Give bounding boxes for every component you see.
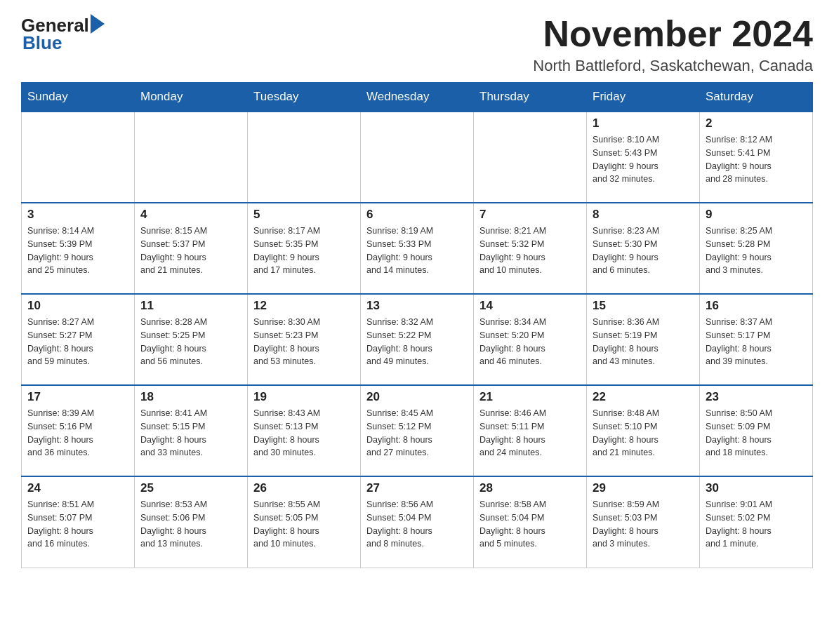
day-info: Sunrise: 8:17 AM Sunset: 5:35 PM Dayligh… — [253, 224, 355, 277]
day-number: 9 — [706, 208, 807, 222]
day-info: Sunrise: 8:48 AM Sunset: 5:10 PM Dayligh… — [593, 407, 694, 459]
calendar-cell: 2Sunrise: 8:12 AM Sunset: 5:41 PM Daylig… — [700, 112, 813, 203]
day-info: Sunrise: 9:01 AM Sunset: 5:02 PM Dayligh… — [706, 498, 807, 551]
calendar-cell: 22Sunrise: 8:48 AM Sunset: 5:10 PM Dayli… — [587, 385, 700, 476]
calendar-cell: 28Sunrise: 8:58 AM Sunset: 5:04 PM Dayli… — [474, 476, 587, 568]
calendar-header-sunday: Sunday — [22, 83, 135, 112]
day-number: 8 — [593, 208, 694, 222]
month-title: November 2024 — [533, 14, 813, 54]
day-number: 24 — [27, 481, 128, 495]
calendar-cell: 30Sunrise: 9:01 AM Sunset: 5:02 PM Dayli… — [700, 476, 813, 568]
calendar-cell: 13Sunrise: 8:32 AM Sunset: 5:22 PM Dayli… — [361, 294, 474, 385]
calendar-cell: 10Sunrise: 8:27 AM Sunset: 5:27 PM Dayli… — [22, 294, 135, 385]
day-info: Sunrise: 8:59 AM Sunset: 5:03 PM Dayligh… — [593, 498, 694, 551]
logo-arrow-icon — [91, 14, 105, 34]
calendar-cell: 19Sunrise: 8:43 AM Sunset: 5:13 PM Dayli… — [248, 385, 361, 476]
calendar-cell: 1Sunrise: 8:10 AM Sunset: 5:43 PM Daylig… — [587, 112, 700, 203]
calendar-cell: 18Sunrise: 8:41 AM Sunset: 5:15 PM Dayli… — [135, 385, 248, 476]
calendar-cell: 29Sunrise: 8:59 AM Sunset: 5:03 PM Dayli… — [587, 476, 700, 568]
calendar-header-thursday: Thursday — [474, 83, 587, 112]
calendar-cell — [474, 112, 587, 203]
day-number: 17 — [27, 390, 128, 404]
calendar-header-tuesday: Tuesday — [248, 83, 361, 112]
calendar-cell: 26Sunrise: 8:55 AM Sunset: 5:05 PM Dayli… — [248, 476, 361, 568]
calendar-cell: 25Sunrise: 8:53 AM Sunset: 5:06 PM Dayli… — [135, 476, 248, 568]
calendar-cell: 11Sunrise: 8:28 AM Sunset: 5:25 PM Dayli… — [135, 294, 248, 385]
calendar-cell: 12Sunrise: 8:30 AM Sunset: 5:23 PM Dayli… — [248, 294, 361, 385]
day-info: Sunrise: 8:51 AM Sunset: 5:07 PM Dayligh… — [27, 498, 128, 551]
day-number: 20 — [366, 390, 468, 404]
day-info: Sunrise: 8:39 AM Sunset: 5:16 PM Dayligh… — [27, 407, 128, 459]
day-info: Sunrise: 8:21 AM Sunset: 5:32 PM Dayligh… — [479, 224, 581, 277]
calendar-cell: 23Sunrise: 8:50 AM Sunset: 5:09 PM Dayli… — [700, 385, 813, 476]
page-header: General Blue November 2024 North Battlef… — [21, 14, 813, 75]
calendar-cell: 7Sunrise: 8:21 AM Sunset: 5:32 PM Daylig… — [474, 203, 587, 294]
calendar-week-4: 17Sunrise: 8:39 AM Sunset: 5:16 PM Dayli… — [22, 385, 813, 476]
calendar-header-row: SundayMondayTuesdayWednesdayThursdayFrid… — [22, 83, 813, 112]
calendar-header-saturday: Saturday — [700, 83, 813, 112]
day-number: 16 — [706, 299, 807, 313]
calendar-cell: 16Sunrise: 8:37 AM Sunset: 5:17 PM Dayli… — [700, 294, 813, 385]
day-number: 12 — [253, 299, 355, 313]
day-info: Sunrise: 8:10 AM Sunset: 5:43 PM Dayligh… — [593, 133, 694, 186]
calendar-cell: 15Sunrise: 8:36 AM Sunset: 5:19 PM Dayli… — [587, 294, 700, 385]
day-info: Sunrise: 8:53 AM Sunset: 5:06 PM Dayligh… — [140, 498, 241, 551]
day-number: 14 — [479, 299, 581, 313]
day-number: 15 — [593, 299, 694, 313]
calendar-cell — [248, 112, 361, 203]
calendar-week-1: 1Sunrise: 8:10 AM Sunset: 5:43 PM Daylig… — [22, 112, 813, 203]
calendar-cell: 24Sunrise: 8:51 AM Sunset: 5:07 PM Dayli… — [22, 476, 135, 568]
day-number: 29 — [593, 481, 694, 495]
calendar-week-5: 24Sunrise: 8:51 AM Sunset: 5:07 PM Dayli… — [22, 476, 813, 568]
calendar-cell: 5Sunrise: 8:17 AM Sunset: 5:35 PM Daylig… — [248, 203, 361, 294]
logo-blue-text: Blue — [21, 32, 62, 54]
day-number: 30 — [706, 481, 807, 495]
day-number: 10 — [27, 299, 128, 313]
day-info: Sunrise: 8:55 AM Sunset: 5:05 PM Dayligh… — [253, 498, 355, 551]
day-info: Sunrise: 8:46 AM Sunset: 5:11 PM Dayligh… — [479, 407, 581, 459]
day-number: 27 — [366, 481, 468, 495]
day-number: 28 — [479, 481, 581, 495]
day-number: 11 — [140, 299, 241, 313]
calendar-cell: 20Sunrise: 8:45 AM Sunset: 5:12 PM Dayli… — [361, 385, 474, 476]
day-number: 4 — [140, 208, 241, 222]
calendar-cell — [22, 112, 135, 203]
day-info: Sunrise: 8:34 AM Sunset: 5:20 PM Dayligh… — [479, 316, 581, 368]
day-number: 3 — [27, 208, 128, 222]
calendar-cell: 9Sunrise: 8:25 AM Sunset: 5:28 PM Daylig… — [700, 203, 813, 294]
day-info: Sunrise: 8:27 AM Sunset: 5:27 PM Dayligh… — [27, 316, 128, 368]
location-title: North Battleford, Saskatchewan, Canada — [533, 57, 813, 75]
day-number: 1 — [593, 116, 694, 130]
calendar-cell: 27Sunrise: 8:56 AM Sunset: 5:04 PM Dayli… — [361, 476, 474, 568]
day-info: Sunrise: 8:14 AM Sunset: 5:39 PM Dayligh… — [27, 224, 128, 277]
calendar-cell: 17Sunrise: 8:39 AM Sunset: 5:16 PM Dayli… — [22, 385, 135, 476]
calendar-header-wednesday: Wednesday — [361, 83, 474, 112]
calendar-cell: 14Sunrise: 8:34 AM Sunset: 5:20 PM Dayli… — [474, 294, 587, 385]
day-info: Sunrise: 8:12 AM Sunset: 5:41 PM Dayligh… — [706, 133, 807, 186]
day-number: 25 — [140, 481, 241, 495]
calendar-cell — [361, 112, 474, 203]
day-info: Sunrise: 8:32 AM Sunset: 5:22 PM Dayligh… — [366, 316, 468, 368]
day-info: Sunrise: 8:23 AM Sunset: 5:30 PM Dayligh… — [593, 224, 694, 277]
day-number: 22 — [593, 390, 694, 404]
calendar-cell: 21Sunrise: 8:46 AM Sunset: 5:11 PM Dayli… — [474, 385, 587, 476]
title-block: November 2024 North Battleford, Saskatch… — [533, 14, 813, 75]
day-number: 19 — [253, 390, 355, 404]
day-info: Sunrise: 8:58 AM Sunset: 5:04 PM Dayligh… — [479, 498, 581, 551]
day-number: 7 — [479, 208, 581, 222]
day-info: Sunrise: 8:15 AM Sunset: 5:37 PM Dayligh… — [140, 224, 241, 277]
day-number: 13 — [366, 299, 468, 313]
calendar-cell: 3Sunrise: 8:14 AM Sunset: 5:39 PM Daylig… — [22, 203, 135, 294]
day-info: Sunrise: 8:37 AM Sunset: 5:17 PM Dayligh… — [706, 316, 807, 368]
calendar-cell: 4Sunrise: 8:15 AM Sunset: 5:37 PM Daylig… — [135, 203, 248, 294]
day-info: Sunrise: 8:41 AM Sunset: 5:15 PM Dayligh… — [140, 407, 241, 459]
day-number: 23 — [706, 390, 807, 404]
day-number: 6 — [366, 208, 468, 222]
calendar-header-friday: Friday — [587, 83, 700, 112]
calendar-header-monday: Monday — [135, 83, 248, 112]
day-info: Sunrise: 8:50 AM Sunset: 5:09 PM Dayligh… — [706, 407, 807, 459]
day-number: 18 — [140, 390, 241, 404]
day-info: Sunrise: 8:19 AM Sunset: 5:33 PM Dayligh… — [366, 224, 468, 277]
calendar-cell: 6Sunrise: 8:19 AM Sunset: 5:33 PM Daylig… — [361, 203, 474, 294]
day-info: Sunrise: 8:36 AM Sunset: 5:19 PM Dayligh… — [593, 316, 694, 368]
